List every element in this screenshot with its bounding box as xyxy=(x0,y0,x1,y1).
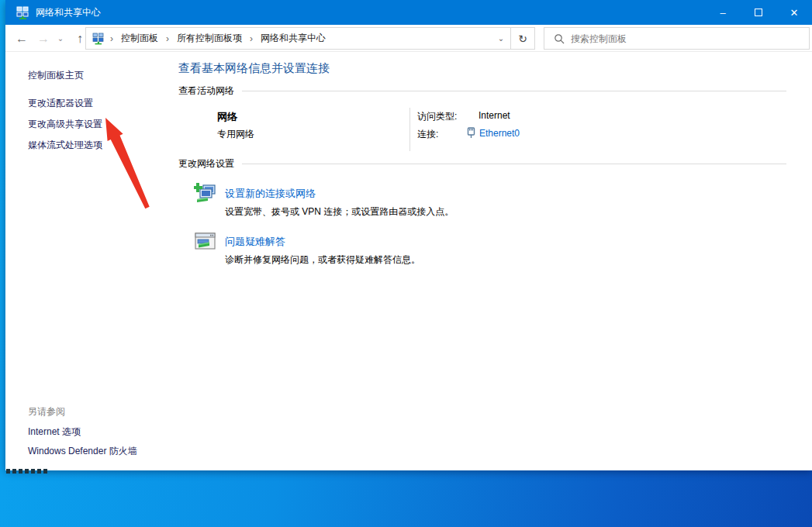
window-title: 网络和共享中心 xyxy=(36,6,101,19)
connection-label: 连接: xyxy=(417,128,438,141)
maximize-button[interactable] xyxy=(741,0,776,25)
search-input[interactable] xyxy=(571,28,809,49)
content-area: 控制面板主页 更改适配器设置 更改高级共享设置 媒体流式处理选项 另请参阅 In… xyxy=(5,52,812,470)
breadcrumb-network-sharing[interactable]: 网络和共享中心 xyxy=(254,32,333,45)
sidebar-item-media-streaming-options[interactable]: 媒体流式处理选项 xyxy=(28,139,102,152)
close-button[interactable]: ✕ xyxy=(776,0,812,25)
back-button[interactable]: ← xyxy=(12,29,32,49)
ethernet-icon xyxy=(466,127,476,139)
active-networks-label: 查看活动网络 xyxy=(178,84,234,98)
network-profile: 专用网络 xyxy=(217,128,254,141)
see-also-header: 另请参阅 xyxy=(28,405,65,418)
troubleshoot-problems-description: 诊断并修复网络问题，或者获得疑难解答信息。 xyxy=(225,253,420,267)
sidebar-item-change-advanced-sharing[interactable]: 更改高级共享设置 xyxy=(28,118,102,131)
sidebar-item-windows-defender-firewall[interactable]: Windows Defender 防火墙 xyxy=(28,445,137,458)
search-box[interactable] xyxy=(544,27,810,50)
desktop-icon-label-fragment xyxy=(6,469,50,474)
access-type-value: Internet xyxy=(479,110,510,121)
new-connection-icon xyxy=(194,182,217,205)
network-divider xyxy=(409,108,410,151)
change-settings-section-header: 更改网络设置 xyxy=(178,157,786,170)
section-rule xyxy=(242,164,786,164)
troubleshoot-icon xyxy=(194,230,217,253)
setup-new-connection-description: 设置宽带、拨号或 VPN 连接；或设置路由器或接入点。 xyxy=(225,205,454,219)
sidebar-item-internet-options[interactable]: Internet 选项 xyxy=(28,425,81,439)
network-app-icon xyxy=(16,6,29,19)
network-sharing-center-window: 网络和共享中心 – ✕ ← → ⌄ ↑ › 控制面板 › 所有控制面板项 › xyxy=(5,0,812,470)
refresh-button[interactable]: ↻ xyxy=(510,28,534,49)
caption-buttons: – ✕ xyxy=(705,0,812,25)
active-networks-section-header: 查看活动网络 xyxy=(178,84,786,98)
address-bar[interactable]: › 控制面板 › 所有控制面板项 › 网络和共享中心 ⌄ ↻ xyxy=(85,27,535,50)
connection-link-ethernet0[interactable]: Ethernet0 xyxy=(479,128,520,139)
sidebar-item-change-adapter-settings[interactable]: 更改适配器设置 xyxy=(28,97,93,110)
desktop: { "window": { "title": "网络和共享中心" }, "tit… xyxy=(0,0,812,527)
access-type-label: 访问类型: xyxy=(417,110,457,123)
maximize-icon xyxy=(755,9,762,16)
toolbar: ← → ⌄ ↑ › 控制面板 › 所有控制面板项 › 网络和共享中心 ⌄ ↻ xyxy=(5,25,812,52)
address-dropdown-icon[interactable]: ⌄ xyxy=(492,28,510,49)
change-settings-label: 更改网络设置 xyxy=(178,157,234,170)
setup-new-connection-link[interactable]: 设置新的连接或网络 xyxy=(225,187,316,201)
location-network-icon xyxy=(92,33,105,45)
titlebar[interactable]: 网络和共享中心 – ✕ xyxy=(5,0,812,25)
breadcrumb-control-panel[interactable]: 控制面板 xyxy=(114,32,165,45)
minimize-button[interactable]: – xyxy=(705,0,741,25)
troubleshoot-problems-link[interactable]: 问题疑难解答 xyxy=(225,235,285,249)
forward-button[interactable]: → xyxy=(33,29,54,49)
page-title: 查看基本网络信息并设置连接 xyxy=(178,61,330,76)
history-dropdown-icon[interactable]: ⌄ xyxy=(54,29,67,49)
search-icon xyxy=(554,33,565,44)
sidebar-item-control-panel-home[interactable]: 控制面板主页 xyxy=(28,69,84,82)
breadcrumb-all-items[interactable]: 所有控制面板项 xyxy=(170,32,249,45)
section-rule xyxy=(242,91,786,91)
network-name: 网络 xyxy=(217,110,237,124)
